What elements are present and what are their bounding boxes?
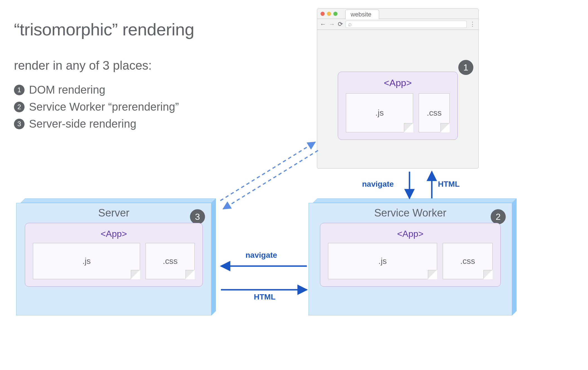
- files-row: .js .css: [346, 93, 450, 132]
- js-file-icon: .js: [346, 93, 413, 132]
- list-label: Service Worker “prerendering”: [29, 101, 179, 113]
- arrow-label-navigate-down: navigate: [362, 180, 394, 189]
- browser-tab: website: [345, 9, 379, 19]
- list-label: Server-side rendering: [29, 118, 136, 130]
- diagram-subtitle: render in any of 3 places:: [14, 59, 152, 72]
- minimize-icon: [327, 12, 331, 16]
- app-label: <App>: [346, 77, 450, 88]
- places-list: 1 DOM rendering 2 Service Worker “preren…: [14, 84, 179, 135]
- close-icon: [320, 12, 325, 16]
- menu-icon: ⋮: [469, 21, 476, 28]
- browser-window: website ← → ⟳ ⌕ ⋮ 1 <App> .js .css: [317, 8, 479, 169]
- app-panel-sw: <App> .js .css: [320, 223, 501, 287]
- list-badge-1: 1: [14, 85, 25, 95]
- app-panel-browser: <App> .js .css: [338, 72, 458, 140]
- sw-title: Service Worker: [320, 207, 501, 219]
- search-icon: ⌕: [348, 21, 352, 28]
- list-badge-2: 2: [14, 102, 25, 112]
- back-icon: ←: [320, 21, 326, 28]
- app-label: <App>: [33, 229, 195, 239]
- css-file-icon: .css: [419, 93, 450, 132]
- arrow-label-html-right: HTML: [254, 293, 276, 301]
- browser-toolbar: ← → ⟳ ⌕ ⋮: [317, 19, 478, 30]
- svg-line-4: [220, 142, 315, 201]
- sw-badge: 2: [491, 209, 506, 224]
- svg-line-5: [223, 150, 318, 209]
- css-file-icon: .css: [443, 243, 493, 279]
- diagram-title: “trisomorphic” rendering: [14, 20, 194, 39]
- browser-titlebar: website: [317, 9, 478, 19]
- files-row: .js .css: [33, 243, 195, 279]
- css-file-icon: .css: [146, 243, 195, 279]
- reload-icon: ⟳: [338, 21, 343, 28]
- server-box: Server 3 <App> .js .css: [16, 198, 211, 315]
- address-bar: ⌕: [346, 21, 467, 28]
- list-label: DOM rendering: [29, 84, 105, 96]
- browser-badge: 1: [458, 60, 473, 75]
- files-row: .js .css: [328, 243, 493, 279]
- forward-icon: →: [329, 21, 335, 28]
- list-badge-3: 3: [14, 119, 25, 129]
- app-panel-server: <App> .js .css: [25, 223, 203, 287]
- browser-viewport: 1 <App> .js .css: [317, 30, 478, 168]
- js-file-icon: .js: [328, 243, 437, 279]
- zoom-icon: [333, 12, 338, 16]
- list-item: 3 Server-side rendering: [14, 118, 179, 130]
- list-item: 1 DOM rendering: [14, 84, 179, 96]
- js-file-icon: .js: [33, 243, 140, 279]
- app-label: <App>: [328, 229, 493, 239]
- list-item: 2 Service Worker “prerendering”: [14, 101, 179, 113]
- server-badge: 3: [190, 209, 205, 224]
- arrow-label-html-up: HTML: [438, 180, 460, 189]
- arrow-label-navigate-left: navigate: [245, 251, 277, 260]
- service-worker-box: Service Worker 2 <App> .js .css: [309, 198, 512, 315]
- server-title: Server: [25, 207, 203, 219]
